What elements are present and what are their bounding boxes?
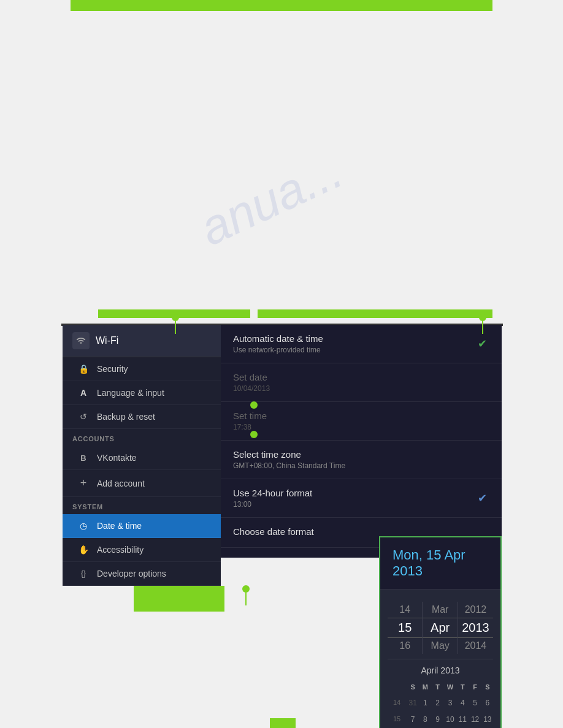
auto-date-check: ✔ [475,336,489,351]
settings-auto-date[interactable]: Automatic date & time Use network-provid… [221,325,502,363]
day-header-s1: S [407,680,418,694]
settings-24hour[interactable]: Use 24-hour format 13:00 ✔ [221,479,502,518]
day-header-t1: T [432,680,443,694]
scroll-picker: 14 15 16 Mar Apr May 2012 2013 2014 [388,597,493,659]
arrow-right [482,318,483,334]
sidebar-item-add-account-label: Add account [97,479,145,488]
mini-cal-grid: S M T W T F S 14 31 1 2 3 4 5 [388,680,493,728]
mini-cal-header: April 2013 [388,665,493,675]
accessibility-icon: ✋ [77,545,90,555]
day-2[interactable]: 2 [432,696,443,711]
sidebar-item-backup[interactable]: ↺ Backup & reset [63,405,221,429]
day-header-m: M [419,680,431,694]
arrow-left [175,318,176,334]
sidebar-header[interactable]: Wi-Fi [63,325,221,357]
language-icon: A [77,388,90,398]
sidebar-item-security-label: Security [97,364,128,374]
day-3[interactable]: 3 [445,696,456,711]
day-8[interactable]: 8 [419,712,431,727]
24hour-sub: 13:00 [233,500,312,509]
sidebar-item-vkontakte[interactable]: В VKontakte [63,446,221,470]
year-prev: 2012 [458,602,493,618]
day-7[interactable]: 7 [407,712,418,727]
day-12[interactable]: 12 [469,712,480,727]
day-header-s2: S [482,680,493,694]
calendar-body: 14 15 16 Mar Apr May 2012 2013 2014 [380,590,500,728]
week-num-header [388,680,406,694]
settings-timezone[interactable]: Select time zone GMT+08:00, China Standa… [221,441,502,479]
day-13[interactable]: 13 [482,712,493,727]
developer-icon: {} [77,569,90,578]
day-prev: 14 [388,602,422,618]
timezone-title: Select time zone [233,449,345,460]
day-31[interactable]: 31 [407,696,418,711]
add-icon: + [77,477,90,490]
sidebar-item-date-time[interactable]: ◷ Date & time [63,514,221,538]
sidebar-item-accessibility-label: Accessibility [97,545,144,555]
year-scroll-col[interactable]: 2012 2013 2014 [458,602,493,654]
set-time-sub: 17:38 [233,423,267,431]
sidebar-item-add-account[interactable]: + Add account [63,470,221,497]
day-6[interactable]: 6 [482,696,493,711]
day-scroll-col[interactable]: 14 15 16 [388,602,423,654]
day-11[interactable]: 11 [457,712,468,727]
mini-calendar: April 2013 S M T W T F S 14 3 [388,665,493,728]
day-10[interactable]: 10 [445,712,456,727]
day-4[interactable]: 4 [457,696,468,711]
top-annotation-bar [71,0,492,11]
sidebar-item-date-time-label: Date & time [97,521,142,531]
month-scroll-col[interactable]: Mar Apr May [423,602,458,654]
sidebar-item-backup-label: Backup & reset [97,412,155,422]
day-5[interactable]: 5 [469,696,480,711]
sidebar-item-security[interactable]: 🔒 Security [63,357,221,381]
lock-icon: 🔒 [77,364,90,374]
set-time-title: Set time [233,411,267,421]
bottom-arrow-dot [242,585,250,593]
auto-date-title: Automatic date & time [233,333,323,344]
backup-icon: ↺ [77,412,90,422]
24hour-title: Use 24-hour format [233,488,312,498]
sidebar-item-vkontakte-label: VKontakte [97,453,137,463]
accounts-section-header: ACCOUNTS [63,429,221,446]
auto-date-sub: Use network-provided time [233,346,323,354]
vkontakte-icon: В [77,453,90,463]
timezone-sub: GMT+08:00, China Standard Time [233,461,345,470]
system-section-header: SYSTEM [63,497,221,514]
day-selected: 15 [388,618,422,638]
sidebar-header-title: Wi-Fi [96,335,118,346]
settings-set-date: Set date 10/04/2013 [221,363,502,402]
year-selected: 2013 [458,618,493,638]
sidebar-item-language[interactable]: A Language & input [63,381,221,405]
bottom-green-box [134,586,224,612]
settings-set-time: Set time 17:38 [221,402,502,441]
sidebar-item-language-label: Language & input [97,388,164,398]
year-next: 2014 [458,638,493,654]
clock-icon: ◷ [77,521,90,531]
day-header-w: W [445,680,456,694]
date-format-title: Choose date format [233,526,314,537]
sidebar-item-developer[interactable]: {} Developer options [63,562,221,586]
day-next: 16 [388,638,422,654]
day-header-t2: T [457,680,468,694]
wifi-icon [72,332,90,349]
arrow-set-date [250,401,258,409]
device-container: Wi-Fi 🔒 Security A Language & input ↺ Ba… [61,324,503,326]
calendar-header-date: Mon, 15 Apr 2013 [380,537,500,590]
content-panel: Automatic date & time Use network-provid… [221,325,502,558]
day-9[interactable]: 9 [432,712,443,727]
day-header-f: F [469,680,480,694]
day-1[interactable]: 1 [419,696,431,711]
month-next: May [423,638,457,654]
bottom-small-green [270,718,296,728]
24hour-check: ✔ [475,491,489,506]
annotation-bar-right [258,309,492,318]
sidebar-item-developer-label: Developer options [97,569,166,578]
month-prev: Mar [423,602,457,618]
set-date-sub: 10/04/2013 [233,384,270,393]
calendar-overlay: Mon, 15 Apr 2013 14 15 16 Mar Apr May [379,536,502,728]
month-selected: Apr [423,618,457,638]
week-15: 15 [388,712,406,727]
sidebar-item-accessibility[interactable]: ✋ Accessibility [63,538,221,562]
set-date-title: Set date [233,372,270,382]
sidebar: Wi-Fi 🔒 Security A Language & input ↺ Ba… [63,325,221,586]
